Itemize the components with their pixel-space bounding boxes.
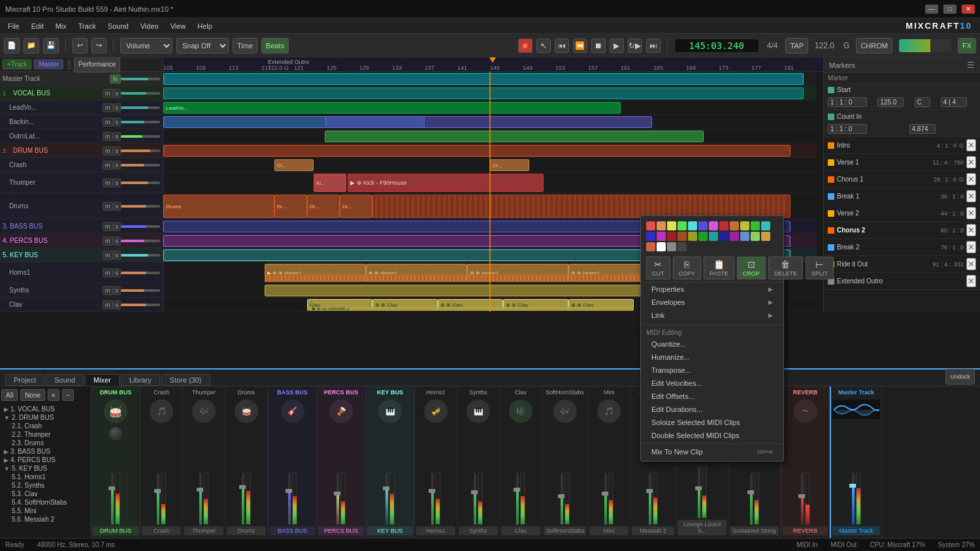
color-swatch-50e050[interactable] xyxy=(678,221,687,230)
crop-tool-button[interactable]: ⊡ CROP xyxy=(737,257,766,279)
color-swatch-888888[interactable] xyxy=(667,242,676,251)
track-5-3-s[interactable]: s xyxy=(113,300,122,309)
track-2-1-vol[interactable] xyxy=(121,164,160,166)
track-5-2-m[interactable]: m xyxy=(103,286,113,295)
mixer-none-btn[interactable]: None xyxy=(20,389,45,401)
outro-lat-clip[interactable] xyxy=(325,131,704,142)
track-2-1-m[interactable]: m xyxy=(103,161,113,170)
fx-button[interactable]: FX xyxy=(958,38,976,54)
drums-clip2[interactable]: Dr... xyxy=(274,195,307,218)
color-swatch-e05050[interactable] xyxy=(646,221,655,230)
edit-durations-item[interactable]: Edit Durations... xyxy=(641,403,783,416)
tab-mixer[interactable]: Mixer xyxy=(85,374,120,386)
maximize-button[interactable]: □ xyxy=(943,5,956,14)
tap-button[interactable]: TAP xyxy=(785,38,808,54)
track-5-s[interactable]: s xyxy=(113,251,122,260)
color-swatch-444444[interactable] xyxy=(678,242,687,251)
color-swatch-90d060[interactable] xyxy=(751,232,760,241)
marker-break1[interactable]: Break 1 36 : 1 : 0 ✕ xyxy=(824,188,980,205)
track-5-vol[interactable] xyxy=(121,254,160,257)
marker-start-ts[interactable] xyxy=(941,97,967,107)
track-1-vol[interactable] xyxy=(121,92,160,95)
close-button[interactable]: ✕ xyxy=(962,5,975,14)
color-swatch-e09050[interactable] xyxy=(657,221,666,230)
channel-drum-bus-knob1[interactable] xyxy=(109,427,122,440)
color-swatch-a02020[interactable] xyxy=(667,232,676,241)
marker-start-pos1[interactable] xyxy=(828,97,867,107)
track-2-2-vol[interactable] xyxy=(121,181,160,184)
marker-extended-outro[interactable]: Extended Outro ✕ xyxy=(824,273,980,290)
record-button[interactable]: ⏺ xyxy=(518,39,532,53)
save-button[interactable]: 💾 xyxy=(43,38,59,54)
marker-extended-outro-del[interactable]: ✕ xyxy=(966,275,976,287)
edit-offsets-item[interactable]: Edit Offsets... xyxy=(641,390,783,403)
mixer-tree-item-2-1[interactable]: 2.1. Crash xyxy=(1,422,90,430)
mixer-all-btn[interactable]: All xyxy=(1,389,18,401)
minimize-button[interactable]: — xyxy=(925,5,938,14)
marker-verse2[interactable]: Verse 2 44 : 1 : 0 ✕ xyxy=(824,205,980,222)
color-swatch-e050e0[interactable] xyxy=(709,221,718,230)
color-swatch-20a020[interactable] xyxy=(698,232,708,241)
markers-menu-button[interactable]: ☰ xyxy=(967,60,975,70)
marker-verse1[interactable]: Verse 1 11 : 4 : .750 ✕ xyxy=(824,154,980,171)
color-swatch-a020a0[interactable] xyxy=(730,232,739,241)
mixer-tree-item-2-2[interactable]: 2.2. Thumper xyxy=(1,430,90,439)
time-button[interactable]: Time xyxy=(233,38,257,54)
chrom-button[interactable]: CHROM xyxy=(856,38,892,54)
marker-count-in-pos[interactable] xyxy=(828,124,867,134)
marker-count-in-val[interactable] xyxy=(909,124,936,134)
marker-chorus2[interactable]: Chorus 2 60 : 1 : 0 ✕ xyxy=(824,222,980,239)
mixer-tree-item-2-3[interactable]: 2.3. Drums xyxy=(1,439,90,447)
mix-to-new-clip-item[interactable]: Mix To New Clip ctrl+w xyxy=(641,445,783,458)
track-2-2-m[interactable]: m xyxy=(103,178,113,187)
color-swatch-c0c030[interactable] xyxy=(740,221,749,230)
master-vol-slider[interactable] xyxy=(121,78,160,80)
marker-start-key[interactable] xyxy=(915,97,930,107)
track-2-2-s[interactable]: s xyxy=(113,178,122,187)
track-1-2-m[interactable]: m xyxy=(103,118,113,127)
edit-velocities-item[interactable]: Edit Velocities... xyxy=(641,377,783,390)
track-5-2-s[interactable]: s xyxy=(113,286,122,295)
track-1-3-vol[interactable] xyxy=(121,135,160,138)
mixer-tree-item-5-2[interactable]: 5.2. Synths xyxy=(1,481,90,490)
mixer-tree-item-5[interactable]: ▼5. KEY BUS xyxy=(1,464,90,473)
track-3-vol[interactable] xyxy=(121,225,160,228)
menu-sound[interactable]: Sound xyxy=(103,21,134,31)
forward-button[interactable]: ⏭ xyxy=(646,39,661,53)
marker-chorus2-del[interactable]: ✕ xyxy=(966,224,976,236)
mixer-tree-item-4[interactable]: ▶4. PERCS BUS xyxy=(1,456,90,464)
mixer-tree-item-3[interactable]: ▶3. BASS BUS xyxy=(1,447,90,456)
color-swatch-a05020[interactable] xyxy=(678,232,687,241)
color-swatch-d06040[interactable] xyxy=(646,242,655,251)
play-loop-button[interactable]: ↻▶ xyxy=(628,39,642,53)
track-5-1-m[interactable]: m xyxy=(103,268,113,277)
menu-mix[interactable]: Mix xyxy=(50,21,72,31)
redo-button[interactable]: ↪ xyxy=(91,38,106,54)
track-3-s[interactable]: s xyxy=(113,222,122,231)
track-4-m[interactable]: m xyxy=(103,236,113,245)
menu-video[interactable]: Video xyxy=(135,21,164,31)
track-1-3-s[interactable]: s xyxy=(113,132,122,141)
marker-chorus1-del[interactable]: ✕ xyxy=(966,173,976,185)
soloize-item[interactable]: Soloize Selected MIDI Clips xyxy=(641,416,783,429)
master-button[interactable]: Master xyxy=(34,59,63,69)
color-swatch-5050e0[interactable] xyxy=(698,221,708,230)
snap-select[interactable]: Snap Off xyxy=(176,38,229,54)
tab-project[interactable]: Project xyxy=(5,374,44,386)
color-swatch-a0a020[interactable] xyxy=(688,232,697,241)
thumper-kick-clip[interactable]: ▶ ⊕ Kick - F90House xyxy=(348,174,544,192)
mixer-tree-item-5-6[interactable]: 5.6. Messiah 2 xyxy=(1,515,90,524)
paste-tool-button[interactable]: 📋 PASTE xyxy=(704,257,734,279)
marker-intro[interactable]: Intro 4 : 1 : 0 G ✕ xyxy=(824,137,980,154)
track-5-3-m[interactable]: m xyxy=(103,300,113,309)
drums-clip3[interactable]: Dr... xyxy=(307,195,340,218)
tab-store[interactable]: Store (30) xyxy=(161,374,210,386)
split-tool-button[interactable]: ⊢ SPLIT xyxy=(806,257,834,279)
undo-button[interactable]: ↩ xyxy=(73,38,88,54)
track-1-1-m[interactable]: m xyxy=(103,103,113,112)
menu-edit[interactable]: Edit xyxy=(26,21,49,31)
color-swatch-c03030[interactable] xyxy=(719,221,728,230)
marker-intro-del[interactable]: ✕ xyxy=(966,139,976,151)
track-5-1-s[interactable]: s xyxy=(113,268,122,277)
track-3-m[interactable]: m xyxy=(103,222,113,231)
